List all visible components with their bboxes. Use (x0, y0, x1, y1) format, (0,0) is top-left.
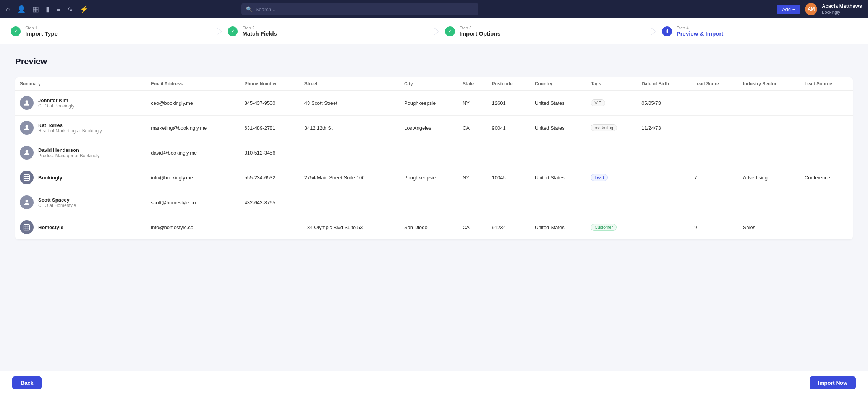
step4-icon: 4 (662, 26, 672, 36)
cell-state: NY (458, 91, 487, 116)
row-info: Jennifer Kim CEO at Bookingly (38, 98, 74, 109)
cell-summary: David Henderson Product Manager at Booki… (15, 140, 146, 165)
cell-phone: 555-234-6532 (240, 165, 300, 190)
cell-tags: Customer (586, 215, 637, 240)
cell-email: ceo@bookingly.me (146, 91, 240, 116)
lightning-icon[interactable]: ⚡ (80, 5, 88, 13)
step1-text: Step 1 Import Type (25, 26, 58, 37)
chart-icon[interactable]: ▮ (46, 5, 50, 13)
table-row: Scott Spacey CEO at Homestyle scott@home… (15, 190, 853, 215)
cell-state (458, 140, 487, 165)
trend-icon[interactable]: ∿ (67, 5, 73, 13)
cell-lead-source: Conference (800, 165, 853, 190)
step3-icon: ✓ (445, 26, 455, 36)
cell-street: 43 Scott Street (300, 91, 400, 116)
cell-dob (637, 215, 690, 240)
cell-dob (637, 165, 690, 190)
cell-country: United States (530, 165, 586, 190)
table-row: David Henderson Product Manager at Booki… (15, 140, 853, 165)
step3-title: Import Options (460, 30, 501, 37)
step4-label: Step 4 (677, 26, 724, 30)
cell-postcode: 10045 (487, 165, 530, 190)
cell-phone (240, 215, 300, 240)
svg-rect-3 (24, 175, 30, 181)
row-name: Bookingly (38, 175, 62, 181)
step4-text: Step 4 Preview & Import (677, 26, 724, 37)
table-row: Homestyle info@homestyle.co 134 Olympic … (15, 215, 853, 240)
step2-arrow-inner (434, 28, 439, 35)
preview-table: Summary Email Address Phone Number Stree… (15, 77, 853, 239)
cell-postcode: 12601 (487, 91, 530, 116)
step1-icon: ✓ (11, 26, 21, 36)
tag-badge: Lead (591, 174, 607, 181)
cell-lead-source (800, 190, 853, 215)
cell-phone: 432-643-8765 (240, 190, 300, 215)
list-icon[interactable]: ≡ (57, 5, 61, 13)
cell-lead-source (800, 91, 853, 116)
home-icon[interactable]: ⌂ (6, 5, 10, 13)
cell-postcode: 91234 (487, 215, 530, 240)
row-name: Jennifer Kim (38, 98, 74, 103)
col-postcode: Postcode (487, 77, 530, 91)
cell-tags (586, 190, 637, 215)
cell-dob (637, 140, 690, 165)
step1-arrow-inner (216, 28, 221, 35)
cell-industry (738, 91, 800, 116)
main-content: Preview Summary Email Address Phone Numb… (0, 44, 868, 371)
svg-rect-9 (24, 225, 30, 230)
row-sub: CEO at Homestyle (38, 203, 76, 208)
step2-label: Step 2 (242, 26, 277, 30)
topnav-right: Add + AM Acacia Matthews Bookingly (777, 3, 862, 15)
cell-lead-score (690, 116, 738, 140)
cell-lead-score (690, 91, 738, 116)
cell-phone: 845-437-9500 (240, 91, 300, 116)
step-4[interactable]: 4 Step 4 Preview & Import (651, 18, 868, 44)
cell-email: info@homestyle.co (146, 215, 240, 240)
col-country: Country (530, 77, 586, 91)
cell-city: San Diego (400, 215, 458, 240)
cell-lead-source (800, 215, 853, 240)
search-bar[interactable]: 🔍 (241, 3, 478, 15)
col-tags: Tags (586, 77, 637, 91)
step2-text: Step 2 Match Fields (242, 26, 277, 37)
add-button[interactable]: Add + (777, 5, 800, 14)
cell-industry: Sales (738, 215, 800, 240)
cell-postcode (487, 140, 530, 165)
search-icon: 🔍 (246, 6, 253, 12)
step3-arrow-inner (651, 28, 656, 35)
cell-tags (586, 140, 637, 165)
col-email: Email Address (146, 77, 240, 91)
cell-lead-source (800, 140, 853, 165)
cell-tags: VIP (586, 91, 637, 116)
cell-country: United States (530, 91, 586, 116)
cell-city: Los Angeles (400, 116, 458, 140)
row-avatar (20, 121, 34, 135)
row-avatar (20, 146, 34, 160)
cell-country: United States (530, 116, 586, 140)
row-info: Scott Spacey CEO at Homestyle (38, 197, 76, 208)
calendar-icon[interactable]: ▦ (32, 5, 39, 13)
cell-state: CA (458, 116, 487, 140)
row-sub: CEO at Bookingly (38, 103, 74, 109)
step-1[interactable]: ✓ Step 1 Import Type (0, 18, 217, 44)
cell-phone: 310-512-3456 (240, 140, 300, 165)
row-info: Kat Torres Head of Marketing at Bookingl… (38, 122, 102, 134)
cell-street (300, 190, 400, 215)
col-state: State (458, 77, 487, 91)
cell-city (400, 140, 458, 165)
step3-text: Step 3 Import Options (460, 26, 501, 37)
step4-title: Preview & Import (677, 30, 724, 37)
cell-tags: Lead (586, 165, 637, 190)
step-3[interactable]: ✓ Step 3 Import Options (434, 18, 651, 44)
cell-lead-source (800, 116, 853, 140)
cell-city: Poughkeepsie (400, 91, 458, 116)
cell-dob: 05/05/73 (637, 91, 690, 116)
search-input[interactable] (256, 7, 474, 12)
row-avatar (20, 171, 34, 184)
person-icon[interactable]: 👤 (17, 5, 26, 13)
cell-industry: Advertising (738, 165, 800, 190)
cell-lead-score (690, 140, 738, 165)
cell-street (300, 140, 400, 165)
step-2[interactable]: ✓ Step 2 Match Fields (217, 18, 434, 44)
svg-point-1 (26, 125, 28, 128)
